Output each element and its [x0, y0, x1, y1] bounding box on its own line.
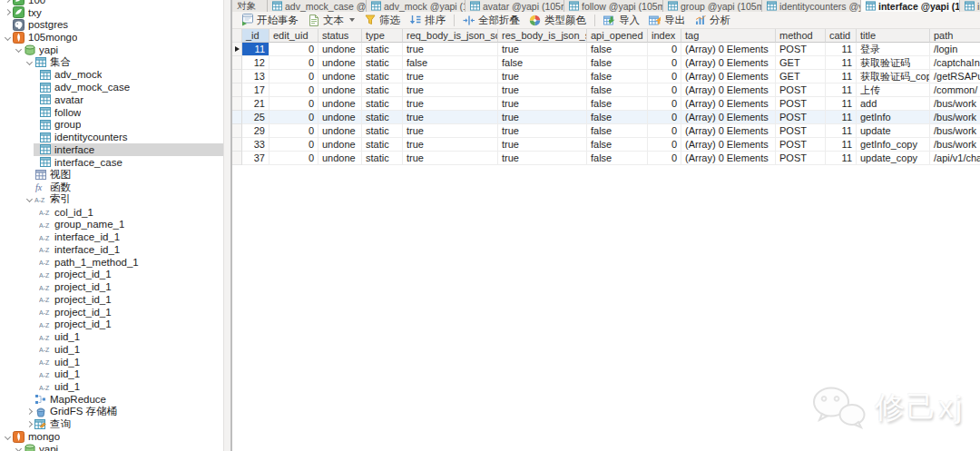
cell-method[interactable]: POST [776, 152, 826, 165]
cell-req_body_is_json_schema[interactable]: true [403, 111, 498, 124]
cell-req_body_is_json_schema[interactable]: true [403, 138, 498, 152]
tree-item-uid_1[interactable]: A-Zuid_1 [0, 380, 223, 393]
cell-method[interactable]: POST [776, 138, 826, 152]
cell-type[interactable]: static [362, 152, 403, 165]
cell-res_body_is_json_schema[interactable]: true [498, 152, 587, 165]
cell-_id[interactable]: 13 [242, 70, 270, 83]
cell-_id[interactable]: 33 [242, 138, 270, 152]
cell-res_body_is_json_schema[interactable]: true [498, 138, 587, 152]
tree-item-adv_mock_case[interactable]: adv_mock_case [0, 81, 223, 93]
table-row[interactable]: 120undonestaticfalsefalsefalse0(Array) 0… [232, 56, 980, 70]
tab-interface-yapi-10-[interactable]: interface @yapi (10... [861, 0, 960, 12]
cell-index[interactable]: 0 [648, 70, 681, 83]
cell-title[interactable]: 登录 [857, 43, 930, 56]
sort-button[interactable]: 排序 [405, 13, 450, 28]
cell-edit_uid[interactable]: 0 [270, 83, 318, 97]
cell-_id[interactable]: 29 [242, 124, 270, 138]
cell-index[interactable]: 0 [648, 56, 681, 70]
tree-item-mongo[interactable]: mongo [0, 430, 223, 443]
tree-item-gridfs-存储桶[interactable]: GridFS 存储桶 [0, 406, 223, 418]
cell-title[interactable]: add [857, 97, 930, 111]
tree-item-project_id_1[interactable]: A-Zproject_id_1 [0, 280, 223, 293]
cell-status[interactable]: undone [318, 97, 362, 111]
cell-tag[interactable]: (Array) 0 Elements [681, 124, 776, 138]
column-header-index[interactable]: index [648, 29, 681, 43]
cell-api_opened[interactable]: false [587, 43, 648, 56]
cell-index[interactable]: 0 [648, 124, 681, 138]
row-marker[interactable] [232, 70, 242, 83]
row-marker[interactable] [232, 97, 242, 111]
row-marker[interactable] [232, 124, 242, 138]
tab-avatar-yapi-105m-[interactable]: avatar @yapi (105m... [466, 0, 564, 12]
cell-res_body_is_json_schema[interactable]: false [498, 56, 587, 70]
tree-item-105mongo[interactable]: 105mongo [0, 31, 223, 44]
sidebar-scrollbar[interactable] [223, 0, 230, 451]
column-header-path[interactable]: path [930, 29, 980, 43]
cell-title[interactable]: update [857, 124, 930, 138]
cell-edit_uid[interactable]: 0 [270, 111, 318, 124]
row-marker[interactable] [232, 83, 242, 97]
cell-index[interactable]: 0 [648, 97, 681, 111]
column-header-api_opened[interactable]: api_opened [587, 29, 648, 43]
table-row[interactable]: 110undonestatictruetruefalse0(Array) 0 E… [232, 43, 980, 56]
cell-catid[interactable]: 11 [826, 111, 857, 124]
cell-status[interactable]: undone [318, 70, 362, 83]
cell-edit_uid[interactable]: 0 [270, 97, 318, 111]
cell-api_opened[interactable]: false [587, 111, 648, 124]
cell-type[interactable]: static [362, 70, 403, 83]
cell-req_body_is_json_schema[interactable]: true [403, 70, 498, 83]
cell-tag[interactable]: (Array) 0 Elements [681, 138, 776, 152]
tree-item-interface_id_1[interactable]: A-Zinterface_id_1 [0, 230, 223, 243]
column-header-res_body_is_json_schema[interactable]: res_body_is_json_schema [498, 29, 587, 43]
cell-path[interactable]: /common/ [930, 83, 980, 97]
cell-tag[interactable]: (Array) 0 Elements [681, 56, 776, 70]
table-row[interactable]: 330undonestatictruetruefalse0(Array) 0 E… [232, 138, 980, 152]
cell-title[interactable]: update_copy [857, 152, 930, 165]
cell-tag[interactable]: (Array) 0 Elements [681, 83, 776, 97]
cell-type[interactable]: static [362, 97, 403, 111]
cell-method[interactable]: POST [776, 43, 826, 56]
tree-item-interface_id_1[interactable]: A-Zinterface_id_1 [0, 243, 223, 256]
cell-path[interactable]: /bus/work [930, 111, 980, 124]
cell-type[interactable]: static [362, 124, 403, 138]
column-header-status[interactable]: status [318, 29, 362, 43]
cell-title[interactable]: getInfo [857, 111, 930, 124]
begin-transaction-button[interactable]: 开始事务 [237, 13, 303, 28]
cell-req_body_is_json_schema[interactable]: true [403, 43, 498, 56]
cell-path[interactable]: /bus/work [930, 124, 980, 138]
cell-status[interactable]: undone [318, 83, 362, 97]
text-view-button[interactable]: 文本 [303, 13, 359, 28]
cell-edit_uid[interactable]: 0 [270, 138, 318, 152]
cell-_id[interactable]: 17 [242, 83, 270, 97]
tab-follow-yapi-105m-[interactable]: follow @yapi (105m... [564, 0, 663, 12]
cell-catid[interactable]: 11 [826, 70, 857, 83]
cell-method[interactable]: POST [776, 111, 826, 124]
cell-tag[interactable]: (Array) 0 Elements [681, 70, 776, 83]
tree-item-project_id_1[interactable]: A-Zproject_id_1 [0, 293, 223, 306]
tree-item-uid_1[interactable]: A-Zuid_1 [0, 330, 223, 343]
column-header-edit_uid[interactable]: edit_uid [270, 29, 318, 43]
cell-title[interactable]: getInfo_copy [857, 138, 930, 152]
cell-type[interactable]: static [362, 138, 403, 152]
cell-api_opened[interactable]: false [587, 83, 648, 97]
cell-catid[interactable]: 11 [826, 138, 857, 152]
cell-req_body_is_json_schema[interactable]: true [403, 124, 498, 138]
tree-item-project_id_1[interactable]: A-Zproject_id_1 [0, 306, 223, 319]
tree-item-索引[interactable]: A-Z索引 [0, 193, 223, 206]
cell-req_body_is_json_schema[interactable]: false [403, 56, 498, 70]
cell-res_body_is_json_schema[interactable]: true [498, 97, 587, 111]
cell-status[interactable]: undone [318, 138, 362, 152]
tree-item-视图[interactable]: 视图 [0, 169, 223, 181]
tree-item-mapreduce[interactable]: MapReduce [0, 393, 223, 406]
column-header-tag[interactable]: tag [681, 29, 776, 43]
cell-type[interactable]: static [362, 111, 403, 124]
tree-item-100[interactable]: 100 [0, 0, 223, 6]
cell-api_opened[interactable]: false [587, 97, 648, 111]
cell-path[interactable]: /bus/work [930, 97, 980, 111]
cell-index[interactable]: 0 [648, 152, 681, 165]
cell-api_opened[interactable]: false [587, 138, 648, 152]
row-marker[interactable] [232, 152, 242, 165]
column-header-method[interactable]: method [776, 29, 826, 43]
cell-_id[interactable]: 21 [242, 97, 270, 111]
cell-method[interactable]: POST [776, 124, 826, 138]
